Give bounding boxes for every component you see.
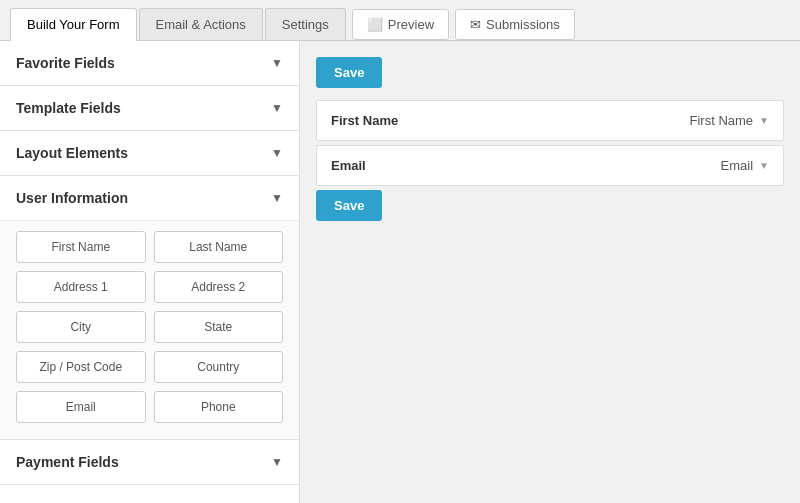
accordion-label-layout: Layout Elements: [16, 145, 128, 161]
field-btn-email[interactable]: Email: [16, 391, 146, 423]
form-field-value-email[interactable]: Email ▼: [721, 158, 769, 173]
accordion-payment: Payment Fields ▼: [0, 440, 299, 485]
accordion-template: Template Fields ▼: [0, 86, 299, 131]
chevron-down-icon-payment: ▼: [271, 455, 283, 469]
form-field-label-first-name: First Name: [331, 113, 398, 128]
chevron-down-icon-layout: ▼: [271, 146, 283, 160]
left-panel: Favorite Fields ▼ Template Fields ▼ Layo…: [0, 41, 300, 503]
tab-build[interactable]: Build Your Form: [10, 8, 137, 41]
accordion-label-payment: Payment Fields: [16, 454, 119, 470]
main-content: Favorite Fields ▼ Template Fields ▼ Layo…: [0, 41, 800, 503]
accordion-header-user-info[interactable]: User Information ▼: [0, 176, 299, 220]
form-field-row-email: Email Email ▼: [316, 145, 784, 186]
accordion-label-user-info: User Information: [16, 190, 128, 206]
save-button-top[interactable]: Save: [316, 57, 382, 88]
field-btn-last-name[interactable]: Last Name: [154, 231, 284, 263]
tab-settings[interactable]: Settings: [265, 8, 346, 40]
tab-submissions[interactable]: ✉ Submissions: [455, 9, 575, 40]
dropdown-arrow-email: ▼: [759, 160, 769, 171]
accordion-favorite: Favorite Fields ▼: [0, 41, 299, 86]
tab-email[interactable]: Email & Actions: [139, 8, 263, 40]
accordion-header-favorite[interactable]: Favorite Fields ▼: [0, 41, 299, 85]
field-btn-address2[interactable]: Address 2: [154, 271, 284, 303]
field-btn-zip[interactable]: Zip / Post Code: [16, 351, 146, 383]
tab-preview[interactable]: ⬜ Preview: [352, 9, 449, 40]
field-btn-phone[interactable]: Phone: [154, 391, 284, 423]
accordion-layout: Layout Elements ▼: [0, 131, 299, 176]
field-btn-first-name[interactable]: First Name: [16, 231, 146, 263]
accordion-label-template: Template Fields: [16, 100, 121, 116]
field-btn-address1[interactable]: Address 1: [16, 271, 146, 303]
envelope-icon: ✉: [470, 17, 481, 32]
chevron-down-icon-template: ▼: [271, 101, 283, 115]
field-grid: First Name Last Name Address 1 Address 2…: [16, 231, 283, 423]
field-btn-city[interactable]: City: [16, 311, 146, 343]
monitor-icon: ⬜: [367, 17, 383, 32]
chevron-down-icon: ▼: [271, 56, 283, 70]
field-btn-state[interactable]: State: [154, 311, 284, 343]
app-container: Build Your Form Email & Actions Settings…: [0, 0, 800, 503]
accordion-header-template[interactable]: Template Fields ▼: [0, 86, 299, 130]
form-field-row-first-name: First Name First Name ▼: [316, 100, 784, 141]
save-button-bottom[interactable]: Save: [316, 190, 382, 221]
accordion-label-favorite: Favorite Fields: [16, 55, 115, 71]
form-field-value-text-email: Email: [721, 158, 754, 173]
form-field-value-text-first-name: First Name: [690, 113, 754, 128]
accordion-header-layout[interactable]: Layout Elements ▼: [0, 131, 299, 175]
accordion-header-payment[interactable]: Payment Fields ▼: [0, 440, 299, 484]
user-info-content: First Name Last Name Address 1 Address 2…: [0, 220, 299, 439]
accordion-user-info: User Information ▼ First Name Last Name …: [0, 176, 299, 440]
dropdown-arrow-first-name: ▼: [759, 115, 769, 126]
form-field-label-email: Email: [331, 158, 366, 173]
field-btn-country[interactable]: Country: [154, 351, 284, 383]
right-panel: Save First Name First Name ▼ Email Email…: [300, 41, 800, 503]
chevron-down-icon-user-info: ▼: [271, 191, 283, 205]
tab-bar: Build Your Form Email & Actions Settings…: [0, 0, 800, 41]
form-field-value-first-name[interactable]: First Name ▼: [690, 113, 769, 128]
